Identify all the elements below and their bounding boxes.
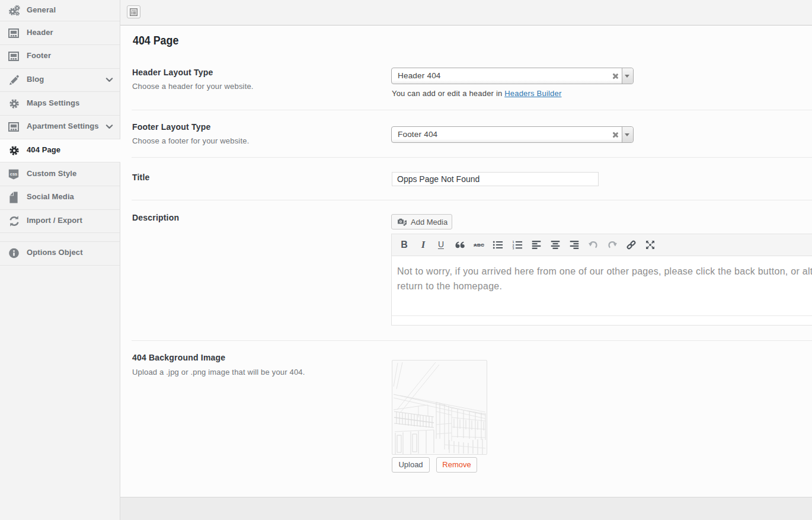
svg-text:3: 3 xyxy=(513,246,514,249)
svg-text:css: css xyxy=(10,171,18,176)
